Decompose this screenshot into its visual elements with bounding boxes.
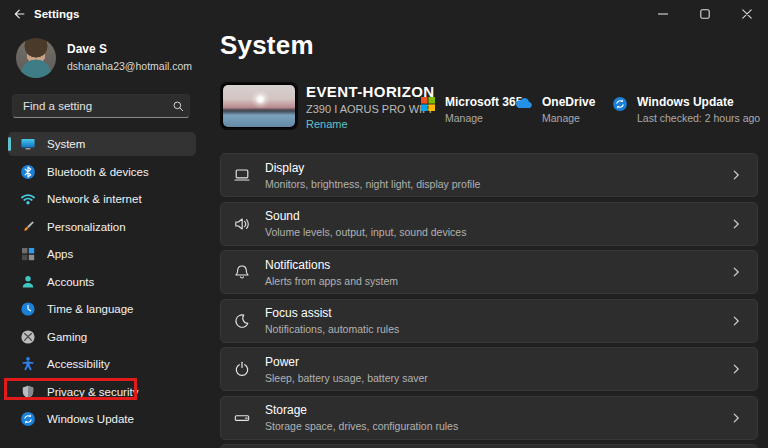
settings-row-subtitle: Notifications, automatic rules [265, 323, 715, 335]
chevron-right-icon [729, 314, 743, 328]
titlebar: Settings [0, 0, 768, 28]
bluetooth-icon [20, 164, 36, 180]
privacy-security-icon [20, 384, 36, 400]
sidebar-item-accounts[interactable]: Accounts [8, 270, 196, 294]
time-language-icon [20, 301, 36, 317]
sidebar-item-apps[interactable]: Apps [8, 242, 196, 266]
sidebar-item-label: Network & internet [47, 193, 142, 205]
search-box [12, 94, 190, 118]
user-profile[interactable]: Dave S dshanaha23@hotmail.com [16, 38, 192, 78]
avatar [16, 38, 56, 78]
settings-row-power[interactable]: PowerSleep, battery usage, battery saver [220, 347, 758, 391]
maximize-button[interactable] [684, 0, 726, 28]
settings-row-text: NotificationsAlerts from apps and system [265, 258, 715, 287]
sidebar: Dave S dshanaha23@hotmail.com SystemBlue… [0, 28, 208, 448]
window-controls [642, 0, 768, 28]
personalization-icon [20, 219, 36, 235]
chevron-right-icon [729, 362, 743, 376]
close-button[interactable] [726, 0, 768, 28]
sidebar-item-accessibility[interactable]: Accessibility [8, 352, 196, 376]
display-icon [233, 166, 251, 184]
quick-card-text: Microsoft 365Manage [445, 95, 522, 124]
device-model: Z390 I AORUS PRO WIFI [306, 103, 435, 115]
selected-indicator [8, 137, 11, 151]
quick-card-windows-update[interactable]: Windows UpdateLast checked: 2 hours ago [612, 95, 760, 124]
chevron-right-icon [729, 265, 743, 279]
settings-row-display[interactable]: DisplayMonitors, brightness, night light… [220, 153, 758, 197]
storage-icon [233, 409, 251, 427]
onedrive-icon [514, 96, 533, 124]
back-button[interactable] [6, 2, 32, 26]
sidebar-item-label: Time & language [47, 303, 134, 315]
windows-update-icon [612, 96, 628, 124]
windows-update-icon [20, 411, 36, 427]
sidebar-item-label: Gaming [47, 331, 87, 343]
settings-row-partial[interactable] [220, 444, 758, 448]
app-title: Settings [34, 0, 79, 28]
microsoft-365-icon [420, 96, 436, 124]
sound-icon [233, 215, 251, 233]
sidebar-item-bluetooth-devices[interactable]: Bluetooth & devices [8, 160, 196, 184]
settings-row-text: StorageStorage space, drives, configurat… [265, 403, 715, 432]
chevron-right-icon [729, 168, 743, 182]
sidebar-item-system[interactable]: System [8, 132, 196, 156]
settings-window: Settings Dave S [0, 0, 768, 448]
page-title: System [220, 30, 314, 61]
quick-card-title: Microsoft 365 [445, 95, 522, 109]
settings-row-text: DisplayMonitors, brightness, night light… [265, 161, 715, 190]
sidebar-item-label: Apps [47, 248, 73, 260]
chevron-right-icon [729, 217, 743, 231]
sidebar-nav: SystemBluetooth & devicesNetwork & inter… [8, 132, 196, 431]
focus-assist-icon [233, 312, 251, 330]
back-arrow-icon [12, 7, 26, 21]
sidebar-item-time-language[interactable]: Time & language [8, 297, 196, 321]
minimize-icon [658, 9, 668, 19]
maximize-icon [700, 9, 710, 19]
sidebar-item-privacy-security[interactable]: Privacy & security [8, 380, 196, 404]
settings-row-notifications[interactable]: NotificationsAlerts from apps and system [220, 250, 758, 294]
accounts-icon [20, 274, 36, 290]
sidebar-item-network-internet[interactable]: Network & internet [8, 187, 196, 211]
rename-link[interactable]: Rename [306, 118, 435, 130]
settings-row-subtitle: Storage space, drives, configuration rul… [265, 420, 715, 432]
user-email: dshanaha23@hotmail.com [67, 60, 192, 72]
close-icon [742, 9, 752, 19]
settings-row-text: SoundVolume levels, output, input, sound… [265, 209, 715, 238]
quick-card-microsoft-365[interactable]: Microsoft 365Manage [420, 95, 522, 124]
device-name: EVENT-HORIZON [306, 83, 435, 100]
settings-row-subtitle: Volume levels, output, input, sound devi… [265, 226, 715, 238]
settings-row-title: Power [265, 355, 715, 369]
sidebar-item-label: Bluetooth & devices [47, 166, 149, 178]
minimize-button[interactable] [642, 0, 684, 28]
settings-row-title: Storage [265, 403, 715, 417]
settings-list: DisplayMonitors, brightness, night light… [220, 153, 758, 448]
gaming-icon [20, 329, 36, 345]
settings-row-title: Focus assist [265, 306, 715, 320]
quick-card-text: Windows UpdateLast checked: 2 hours ago [637, 95, 760, 124]
chevron-right-icon [729, 411, 743, 425]
settings-row-storage[interactable]: StorageStorage space, drives, configurat… [220, 396, 758, 440]
user-info: Dave S dshanaha23@hotmail.com [67, 38, 192, 78]
sidebar-item-label: Privacy & security [47, 386, 138, 398]
quick-card-subtitle: Manage [542, 112, 595, 124]
sidebar-item-label: System [47, 138, 85, 150]
device-wallpaper-image [223, 85, 295, 127]
device-info: EVENT-HORIZON Z390 I AORUS PRO WIFI Rena… [306, 83, 435, 130]
quick-card-text: OneDriveManage [542, 95, 595, 124]
user-name: Dave S [67, 42, 192, 56]
search-input[interactable] [13, 100, 167, 112]
quick-card-onedrive[interactable]: OneDriveManage [514, 95, 595, 124]
settings-row-subtitle: Alerts from apps and system [265, 275, 715, 287]
sidebar-item-personalization[interactable]: Personalization [8, 215, 196, 239]
notifications-icon [233, 263, 251, 281]
settings-row-sound[interactable]: SoundVolume levels, output, input, sound… [220, 202, 758, 246]
sidebar-item-gaming[interactable]: Gaming [8, 325, 196, 349]
apps-icon [20, 246, 36, 262]
sidebar-item-label: Accounts [47, 276, 94, 288]
sidebar-item-windows-update[interactable]: Windows Update [8, 407, 196, 431]
device-header: EVENT-HORIZON Z390 I AORUS PRO WIFI Rena… [220, 82, 758, 130]
settings-row-focus-assist[interactable]: Focus assistNotifications, automatic rul… [220, 299, 758, 343]
system-icon [20, 136, 36, 152]
sidebar-item-label: Windows Update [47, 413, 134, 425]
quick-card-subtitle: Manage [445, 112, 522, 124]
